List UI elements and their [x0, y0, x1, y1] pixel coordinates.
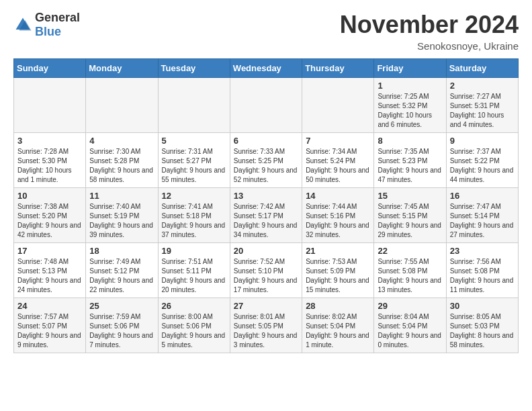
- logo-blue: Blue: [35, 25, 80, 39]
- calendar-week-2: 3Sunrise: 7:28 AM Sunset: 5:30 PM Daylig…: [14, 133, 519, 188]
- calendar-cell: [230, 78, 302, 133]
- calendar-cell: 17Sunrise: 7:48 AM Sunset: 5:13 PM Dayli…: [14, 243, 86, 298]
- day-info: Sunrise: 7:37 AM Sunset: 5:22 PM Dayligh…: [450, 147, 515, 185]
- calendar-table: SundayMondayTuesdayWednesdayThursdayFrid…: [13, 58, 519, 353]
- day-number: 14: [306, 191, 370, 201]
- calendar-cell: 8Sunrise: 7:35 AM Sunset: 5:23 PM Daylig…: [374, 133, 446, 188]
- day-info: Sunrise: 7:28 AM Sunset: 5:30 PM Dayligh…: [17, 147, 82, 185]
- day-info: Sunrise: 7:38 AM Sunset: 5:20 PM Dayligh…: [17, 202, 82, 240]
- day-info: Sunrise: 7:57 AM Sunset: 5:07 PM Dayligh…: [17, 312, 82, 350]
- location: Senokosnoye, Ukraine: [340, 40, 519, 52]
- calendar-cell: 7Sunrise: 7:34 AM Sunset: 5:24 PM Daylig…: [302, 133, 374, 188]
- day-info: Sunrise: 7:53 AM Sunset: 5:09 PM Dayligh…: [306, 257, 370, 295]
- day-info: Sunrise: 7:35 AM Sunset: 5:23 PM Dayligh…: [378, 147, 442, 185]
- day-number: 19: [162, 246, 226, 256]
- logo-text: General Blue: [35, 11, 80, 39]
- calendar-cell: 25Sunrise: 7:59 AM Sunset: 5:06 PM Dayli…: [86, 298, 158, 353]
- calendar-cell: 26Sunrise: 8:00 AM Sunset: 5:06 PM Dayli…: [158, 298, 230, 353]
- calendar-cell: 20Sunrise: 7:52 AM Sunset: 5:10 PM Dayli…: [230, 243, 302, 298]
- column-header-saturday: Saturday: [446, 59, 518, 78]
- day-number: 11: [89, 191, 154, 201]
- day-number: 18: [89, 246, 154, 256]
- day-info: Sunrise: 7:40 AM Sunset: 5:19 PM Dayligh…: [89, 202, 154, 240]
- calendar-cell: 28Sunrise: 8:02 AM Sunset: 5:04 PM Dayli…: [302, 298, 374, 353]
- day-info: Sunrise: 7:59 AM Sunset: 5:06 PM Dayligh…: [89, 312, 154, 350]
- day-number: 2: [450, 81, 515, 91]
- calendar-cell: 15Sunrise: 7:45 AM Sunset: 5:15 PM Dayli…: [374, 188, 446, 243]
- calendar-cell: [14, 78, 86, 133]
- column-header-sunday: Sunday: [14, 59, 86, 78]
- column-header-friday: Friday: [374, 59, 446, 78]
- calendar-week-4: 17Sunrise: 7:48 AM Sunset: 5:13 PM Dayli…: [14, 243, 519, 298]
- calendar-week-5: 24Sunrise: 7:57 AM Sunset: 5:07 PM Dayli…: [14, 298, 519, 353]
- calendar-header-row: SundayMondayTuesdayWednesdayThursdayFrid…: [14, 59, 519, 78]
- day-number: 20: [234, 246, 298, 256]
- calendar-cell: 21Sunrise: 7:53 AM Sunset: 5:09 PM Dayli…: [302, 243, 374, 298]
- calendar-cell: 2Sunrise: 7:27 AM Sunset: 5:31 PM Daylig…: [446, 78, 518, 133]
- calendar-cell: 18Sunrise: 7:49 AM Sunset: 5:12 PM Dayli…: [86, 243, 158, 298]
- day-number: 29: [378, 301, 442, 311]
- calendar-cell: 9Sunrise: 7:37 AM Sunset: 5:22 PM Daylig…: [446, 133, 518, 188]
- day-info: Sunrise: 7:52 AM Sunset: 5:10 PM Dayligh…: [234, 257, 298, 295]
- day-info: Sunrise: 8:00 AM Sunset: 5:06 PM Dayligh…: [162, 312, 226, 350]
- calendar-cell: [302, 78, 374, 133]
- day-info: Sunrise: 7:45 AM Sunset: 5:15 PM Dayligh…: [378, 202, 442, 240]
- day-info: Sunrise: 7:56 AM Sunset: 5:08 PM Dayligh…: [450, 257, 515, 295]
- day-number: 23: [450, 246, 515, 256]
- calendar-page: General Blue November 2024 Senokosnoye, …: [0, 0, 532, 364]
- day-info: Sunrise: 8:04 AM Sunset: 5:04 PM Dayligh…: [378, 312, 442, 350]
- day-number: 10: [17, 191, 82, 201]
- calendar-cell: 11Sunrise: 7:40 AM Sunset: 5:19 PM Dayli…: [86, 188, 158, 243]
- day-info: Sunrise: 7:48 AM Sunset: 5:13 PM Dayligh…: [17, 257, 82, 295]
- day-number: 21: [306, 246, 370, 256]
- day-number: 30: [450, 301, 515, 311]
- day-number: 13: [234, 191, 298, 201]
- calendar-cell: [86, 78, 158, 133]
- calendar-cell: [158, 78, 230, 133]
- day-number: 3: [17, 136, 82, 146]
- calendar-cell: 1Sunrise: 7:25 AM Sunset: 5:32 PM Daylig…: [374, 78, 446, 133]
- day-info: Sunrise: 7:27 AM Sunset: 5:31 PM Dayligh…: [450, 92, 515, 130]
- column-header-tuesday: Tuesday: [158, 59, 230, 78]
- column-header-thursday: Thursday: [302, 59, 374, 78]
- day-number: 5: [162, 136, 226, 146]
- calendar-cell: 24Sunrise: 7:57 AM Sunset: 5:07 PM Dayli…: [14, 298, 86, 353]
- day-info: Sunrise: 7:31 AM Sunset: 5:27 PM Dayligh…: [162, 147, 226, 185]
- day-number: 26: [162, 301, 226, 311]
- day-info: Sunrise: 8:02 AM Sunset: 5:04 PM Dayligh…: [306, 312, 370, 350]
- calendar-week-3: 10Sunrise: 7:38 AM Sunset: 5:20 PM Dayli…: [14, 188, 519, 243]
- calendar-cell: 13Sunrise: 7:42 AM Sunset: 5:17 PM Dayli…: [230, 188, 302, 243]
- logo-general: General: [35, 11, 80, 25]
- calendar-cell: 3Sunrise: 7:28 AM Sunset: 5:30 PM Daylig…: [14, 133, 86, 188]
- calendar-cell: 10Sunrise: 7:38 AM Sunset: 5:20 PM Dayli…: [14, 188, 86, 243]
- day-number: 12: [162, 191, 226, 201]
- page-header: General Blue November 2024 Senokosnoye, …: [13, 11, 519, 52]
- day-info: Sunrise: 7:47 AM Sunset: 5:14 PM Dayligh…: [450, 202, 515, 240]
- day-info: Sunrise: 8:05 AM Sunset: 5:03 PM Dayligh…: [450, 312, 515, 350]
- calendar-body: 1Sunrise: 7:25 AM Sunset: 5:32 PM Daylig…: [14, 78, 519, 353]
- month-title: November 2024: [340, 11, 519, 39]
- day-number: 15: [378, 191, 442, 201]
- calendar-cell: 16Sunrise: 7:47 AM Sunset: 5:14 PM Dayli…: [446, 188, 518, 243]
- calendar-cell: 19Sunrise: 7:51 AM Sunset: 5:11 PM Dayli…: [158, 243, 230, 298]
- calendar-cell: 29Sunrise: 8:04 AM Sunset: 5:04 PM Dayli…: [374, 298, 446, 353]
- day-number: 8: [378, 136, 442, 146]
- calendar-cell: 6Sunrise: 7:33 AM Sunset: 5:25 PM Daylig…: [230, 133, 302, 188]
- day-number: 24: [17, 301, 82, 311]
- calendar-cell: 14Sunrise: 7:44 AM Sunset: 5:16 PM Dayli…: [302, 188, 374, 243]
- day-info: Sunrise: 7:30 AM Sunset: 5:28 PM Dayligh…: [89, 147, 154, 185]
- day-info: Sunrise: 7:42 AM Sunset: 5:17 PM Dayligh…: [234, 202, 298, 240]
- calendar-cell: 30Sunrise: 8:05 AM Sunset: 5:03 PM Dayli…: [446, 298, 518, 353]
- day-number: 27: [234, 301, 298, 311]
- day-info: Sunrise: 7:44 AM Sunset: 5:16 PM Dayligh…: [306, 202, 370, 240]
- calendar-cell: 23Sunrise: 7:56 AM Sunset: 5:08 PM Dayli…: [446, 243, 518, 298]
- logo: General Blue: [13, 11, 80, 39]
- day-number: 25: [89, 301, 154, 311]
- day-info: Sunrise: 7:49 AM Sunset: 5:12 PM Dayligh…: [89, 257, 154, 295]
- day-number: 7: [306, 136, 370, 146]
- calendar-cell: 27Sunrise: 8:01 AM Sunset: 5:05 PM Dayli…: [230, 298, 302, 353]
- column-header-wednesday: Wednesday: [230, 59, 302, 78]
- day-number: 1: [378, 81, 442, 91]
- day-number: 28: [306, 301, 370, 311]
- day-info: Sunrise: 7:34 AM Sunset: 5:24 PM Dayligh…: [306, 147, 370, 185]
